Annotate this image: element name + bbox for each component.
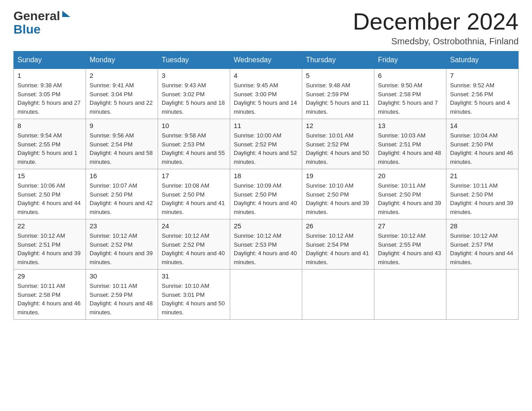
calendar-week-row: 22Sunrise: 10:12 AMSunset: 2:51 PMDaylig…	[14, 219, 519, 270]
day-number: 7	[450, 72, 515, 79]
calendar-cell: 22Sunrise: 10:12 AMSunset: 2:51 PMDaylig…	[14, 219, 86, 270]
page-header: General Blue December 2024 Smedsby, Ostr…	[13, 9, 519, 47]
calendar-cell	[374, 270, 446, 320]
day-info: Sunrise: 10:10 AMSunset: 2:50 PMDaylight…	[306, 181, 370, 216]
day-number: 16	[90, 172, 154, 180]
day-number: 22	[17, 222, 82, 230]
day-number: 4	[234, 72, 298, 79]
calendar-cell: 7Sunrise: 9:52 AMSunset: 2:56 PMDaylight…	[446, 69, 519, 119]
calendar-cell: 17Sunrise: 10:08 AMSunset: 2:50 PMDaylig…	[158, 169, 230, 219]
day-info: Sunrise: 9:50 AMSunset: 2:58 PMDaylight:…	[378, 81, 442, 116]
calendar-week-row: 15Sunrise: 10:06 AMSunset: 2:50 PMDaylig…	[14, 169, 519, 219]
calendar-cell: 13Sunrise: 10:03 AMSunset: 2:51 PMDaylig…	[374, 119, 446, 169]
calendar-cell	[230, 270, 302, 320]
day-info: Sunrise: 9:56 AMSunset: 2:54 PMDaylight:…	[90, 131, 154, 166]
day-number: 18	[234, 172, 298, 180]
day-info: Sunrise: 10:12 AMSunset: 2:54 PMDaylight…	[306, 231, 370, 266]
day-info: Sunrise: 9:43 AMSunset: 3:02 PMDaylight:…	[162, 81, 226, 116]
calendar-cell: 27Sunrise: 10:12 AMSunset: 2:55 PMDaylig…	[374, 219, 446, 270]
calendar-header-tuesday: Tuesday	[158, 51, 230, 69]
day-number: 31	[162, 272, 226, 280]
calendar-cell: 23Sunrise: 10:12 AMSunset: 2:52 PMDaylig…	[86, 219, 158, 270]
day-number: 19	[306, 172, 370, 180]
page-subtitle: Smedsby, Ostrobothnia, Finland	[353, 36, 519, 47]
logo-text-blue: Blue	[13, 22, 41, 37]
day-info: Sunrise: 9:54 AMSunset: 2:55 PMDaylight:…	[17, 131, 82, 166]
title-block: December 2024 Smedsby, Ostrobothnia, Fin…	[353, 9, 519, 47]
day-number: 3	[162, 72, 226, 79]
day-number: 30	[90, 272, 154, 280]
calendar-cell: 8Sunrise: 9:54 AMSunset: 2:55 PMDaylight…	[14, 119, 86, 169]
day-info: Sunrise: 10:08 AMSunset: 2:50 PMDaylight…	[162, 181, 226, 216]
calendar-cell: 5Sunrise: 9:48 AMSunset: 2:59 PMDaylight…	[302, 69, 374, 119]
calendar-cell	[302, 270, 374, 320]
day-number: 2	[90, 72, 154, 79]
day-info: Sunrise: 10:06 AMSunset: 2:50 PMDaylight…	[17, 181, 82, 216]
day-number: 1	[17, 72, 82, 79]
calendar-header-saturday: Saturday	[446, 51, 519, 69]
day-info: Sunrise: 9:45 AMSunset: 3:00 PMDaylight:…	[234, 81, 298, 116]
calendar-cell: 29Sunrise: 10:11 AMSunset: 2:58 PMDaylig…	[14, 270, 86, 320]
day-number: 20	[378, 172, 442, 180]
page-title: December 2024	[353, 9, 519, 34]
calendar-cell: 10Sunrise: 9:58 AMSunset: 2:53 PMDayligh…	[158, 119, 230, 169]
day-info: Sunrise: 10:11 AMSunset: 2:59 PMDaylight…	[90, 282, 154, 317]
calendar-cell: 2Sunrise: 9:41 AMSunset: 3:04 PMDaylight…	[86, 69, 158, 119]
calendar-cell: 9Sunrise: 9:56 AMSunset: 2:54 PMDaylight…	[86, 119, 158, 169]
calendar-cell: 3Sunrise: 9:43 AMSunset: 3:02 PMDaylight…	[158, 69, 230, 119]
day-number: 9	[90, 122, 154, 129]
calendar-week-row: 8Sunrise: 9:54 AMSunset: 2:55 PMDaylight…	[14, 119, 519, 169]
day-number: 10	[162, 122, 226, 129]
day-info: Sunrise: 9:58 AMSunset: 2:53 PMDaylight:…	[162, 131, 226, 166]
calendar-week-row: 29Sunrise: 10:11 AMSunset: 2:58 PMDaylig…	[14, 270, 519, 320]
day-info: Sunrise: 10:01 AMSunset: 2:52 PMDaylight…	[306, 131, 370, 166]
calendar-header-thursday: Thursday	[302, 51, 374, 69]
day-info: Sunrise: 10:00 AMSunset: 2:52 PMDaylight…	[234, 131, 298, 166]
day-info: Sunrise: 10:07 AMSunset: 2:50 PMDaylight…	[90, 181, 154, 216]
logo-chevron-icon	[61, 11, 70, 21]
day-info: Sunrise: 9:52 AMSunset: 2:56 PMDaylight:…	[450, 81, 515, 116]
day-info: Sunrise: 10:12 AMSunset: 2:55 PMDaylight…	[378, 231, 442, 266]
calendar-cell: 31Sunrise: 10:10 AMSunset: 3:01 PMDaylig…	[158, 270, 230, 320]
day-number: 25	[234, 222, 298, 230]
day-number: 21	[450, 172, 515, 180]
day-info: Sunrise: 10:09 AMSunset: 2:50 PMDaylight…	[234, 181, 298, 216]
day-info: Sunrise: 10:12 AMSunset: 2:57 PMDaylight…	[450, 231, 515, 266]
calendar-header-friday: Friday	[374, 51, 446, 69]
day-number: 8	[17, 122, 82, 129]
day-info: Sunrise: 10:11 AMSunset: 2:58 PMDaylight…	[17, 282, 82, 317]
calendar-cell: 1Sunrise: 9:38 AMSunset: 3:05 PMDaylight…	[14, 69, 86, 119]
day-number: 11	[234, 122, 298, 129]
calendar-cell: 30Sunrise: 10:11 AMSunset: 2:59 PMDaylig…	[86, 270, 158, 320]
day-number: 29	[17, 272, 82, 280]
day-number: 5	[306, 72, 370, 79]
calendar-header-sunday: Sunday	[14, 51, 86, 69]
calendar-cell: 26Sunrise: 10:12 AMSunset: 2:54 PMDaylig…	[302, 219, 374, 270]
calendar-week-row: 1Sunrise: 9:38 AMSunset: 3:05 PMDaylight…	[14, 69, 519, 119]
calendar-cell: 12Sunrise: 10:01 AMSunset: 2:52 PMDaylig…	[302, 119, 374, 169]
day-number: 14	[450, 122, 515, 129]
calendar-cell: 18Sunrise: 10:09 AMSunset: 2:50 PMDaylig…	[230, 169, 302, 219]
day-info: Sunrise: 10:04 AMSunset: 2:50 PMDaylight…	[450, 131, 515, 166]
calendar-table: SundayMondayTuesdayWednesdayThursdayFrid…	[13, 51, 519, 320]
day-number: 26	[306, 222, 370, 230]
day-info: Sunrise: 10:03 AMSunset: 2:51 PMDaylight…	[378, 131, 442, 166]
logo-text-general: General	[13, 9, 60, 23]
day-number: 6	[378, 72, 442, 79]
day-number: 12	[306, 122, 370, 129]
svg-marker-0	[62, 11, 70, 17]
calendar-header-row: SundayMondayTuesdayWednesdayThursdayFrid…	[14, 51, 519, 69]
calendar-cell: 25Sunrise: 10:12 AMSunset: 2:53 PMDaylig…	[230, 219, 302, 270]
logo: General Blue	[13, 9, 70, 37]
calendar-cell: 19Sunrise: 10:10 AMSunset: 2:50 PMDaylig…	[302, 169, 374, 219]
calendar-cell: 21Sunrise: 10:11 AMSunset: 2:50 PMDaylig…	[446, 169, 519, 219]
day-info: Sunrise: 9:38 AMSunset: 3:05 PMDaylight:…	[17, 81, 82, 116]
day-info: Sunrise: 10:10 AMSunset: 3:01 PMDaylight…	[162, 282, 226, 317]
day-number: 24	[162, 222, 226, 230]
calendar-cell: 11Sunrise: 10:00 AMSunset: 2:52 PMDaylig…	[230, 119, 302, 169]
calendar-cell: 24Sunrise: 10:12 AMSunset: 2:52 PMDaylig…	[158, 219, 230, 270]
calendar-cell: 4Sunrise: 9:45 AMSunset: 3:00 PMDaylight…	[230, 69, 302, 119]
day-info: Sunrise: 9:41 AMSunset: 3:04 PMDaylight:…	[90, 81, 154, 116]
calendar-cell: 15Sunrise: 10:06 AMSunset: 2:50 PMDaylig…	[14, 169, 86, 219]
day-info: Sunrise: 10:12 AMSunset: 2:52 PMDaylight…	[162, 231, 226, 266]
